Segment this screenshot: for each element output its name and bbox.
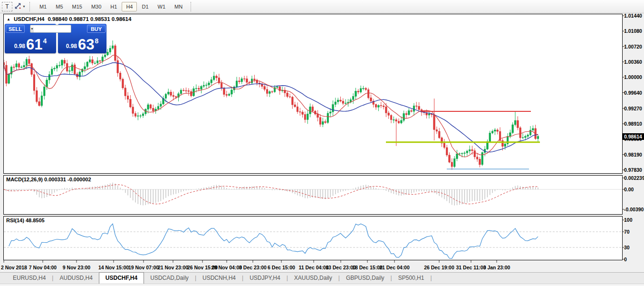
rsi-pane[interactable] — [3, 216, 623, 260]
sell-price-big: 61 — [26, 38, 42, 52]
timeframe-m1[interactable]: M1 — [35, 2, 51, 11]
price-axis-tick: 1.00000 — [624, 74, 644, 80]
toolbar-separator-2 — [191, 2, 192, 11]
buy-price-pip: 8 — [95, 37, 99, 45]
arrows-tool-button[interactable]: ▼ — [14, 2, 26, 11]
time-axis-tick: 21 Dec 04:00 — [376, 265, 413, 270]
tab-usdcnh-h4[interactable]: USDCNH,H4 — [196, 273, 242, 283]
sell-price-pip: 4 — [43, 37, 47, 45]
timeframe-w1[interactable]: W1 — [154, 2, 170, 11]
macd-axis-tick: 0.002239 — [624, 175, 644, 181]
tab-gbpusd-daily[interactable]: GBPUSD,Daily — [340, 273, 391, 283]
toolbar-separator — [29, 2, 31, 11]
chevron-down-icon[interactable]: ▼ — [22, 5, 26, 8]
lot-size-stepper: ▼ ▲ — [30, 25, 71, 33]
metatrader-window: T ▼ M1M5M15M30H1H4D1W1MN ▲ USDCHF,H4 0.9… — [0, 0, 644, 286]
chart-title: ▲ USDCHF,H4 0.98840 0.98871 0.98531 0.98… — [7, 16, 131, 22]
rsi-axis-tick: 70 — [624, 229, 644, 235]
buy-price-prefix: 0.98 — [66, 43, 77, 49]
macd-axis-tick: -0.003901 — [624, 207, 644, 212]
price-axis-tick: 1.01080 — [624, 28, 644, 34]
sell-price-prefix: 0.98 — [14, 43, 25, 49]
timeframe-m5[interactable]: M5 — [51, 2, 67, 11]
time-axis-tick: 7 Nov 04:00 — [25, 265, 61, 270]
tab-usdcad-daily[interactable]: USDCAD,Daily — [144, 273, 195, 283]
tab-sp500-h1[interactable]: SP500,H1 — [392, 273, 431, 283]
sell-button[interactable]: SELL — [6, 25, 25, 33]
buy-button[interactable]: BUY — [87, 25, 106, 33]
tab-xauusd-daily[interactable]: XAUUSD,Daily — [288, 273, 338, 283]
top-toolbar: T ▼ M1M5M15M30H1H4D1W1MN — [0, 0, 644, 13]
buy-price-display[interactable]: 0.98 63 8 — [58, 34, 106, 52]
timeframe-mn[interactable]: MN — [170, 2, 187, 11]
rsi-axis-tick: 0 — [624, 256, 644, 262]
timeframe-group: M1M5M15M30H1H4D1W1MN — [35, 2, 187, 11]
macd-pane[interactable] — [3, 175, 623, 215]
price-axis-tick: 0.97830 — [624, 167, 644, 173]
timeframe-d1[interactable]: D1 — [137, 2, 153, 11]
time-axis-tick: 26 Dec 19:00 — [421, 265, 457, 270]
arrows-icon — [14, 2, 21, 11]
price-axis-tick: 0.98910 — [624, 121, 644, 127]
title-arrow-icon: ▲ — [7, 17, 10, 21]
price-axis-tick: 1.00720 — [624, 44, 644, 49]
price-axis-tick: 1.01440 — [624, 13, 644, 19]
buy-price-big: 63 — [78, 38, 94, 52]
macd-indicator-label: MACD(12,26,9) 0.000331 -0.000002 — [6, 177, 91, 182]
chart-ohlc-values: 0.98840 0.98871 0.98531 0.98614 — [48, 16, 131, 22]
tab-separator: | — [430, 273, 432, 283]
time-axis-tick: 9 Nov 23:00 — [58, 265, 95, 270]
timeframe-m30[interactable]: M30 — [87, 2, 106, 11]
current-price-label: 0.98614 — [623, 133, 644, 140]
price-axis-tick: 0.99270 — [624, 106, 644, 111]
price-axis-tick: 1.00360 — [624, 59, 644, 65]
tab-audusd-h4[interactable]: AUDUSD,H4 — [53, 273, 98, 283]
macd-axis-tick: 0.00 — [624, 187, 644, 192]
text-label-tool-button[interactable]: T — [2, 2, 12, 11]
timeframe-m15[interactable]: M15 — [68, 2, 87, 11]
chart-symbol-period: USDCHF,H4 — [14, 16, 45, 22]
price-axis-tick: 0.99640 — [624, 90, 644, 96]
tab-eurusd-h4[interactable]: EURUSD,H4 — [7, 273, 52, 283]
timeframe-h1[interactable]: H1 — [106, 2, 121, 11]
chart-tab-bar: EURUSD,H4|AUDUSD,H4USDCHF,H4USDCAD,Daily… — [0, 272, 644, 284]
price-axis-tick: 0.98190 — [624, 152, 644, 158]
sell-price-display[interactable]: 0.98 61 4 — [5, 34, 56, 52]
lot-decrease-button[interactable]: ▼ — [30, 25, 34, 32]
timeframe-h4[interactable]: H4 — [122, 2, 137, 11]
rsi-indicator-label: RSI(14) 48.8505 — [6, 217, 45, 223]
rsi-axis-tick: 100 — [624, 217, 644, 223]
tab-usdchf-h4[interactable]: USDCHF,H4 — [99, 272, 144, 284]
tab-usdjpy-h4[interactable]: USDJPY,H4 — [243, 273, 286, 283]
time-axis-tick: 3 Jan 23:00 — [479, 265, 515, 270]
time-axis-tick: 6 Dec 15:00 — [263, 265, 299, 270]
lot-size-input[interactable] — [34, 25, 71, 32]
horizontal-scrollbar[interactable] — [0, 284, 644, 286]
rsi-axis-tick: 30 — [624, 245, 644, 250]
